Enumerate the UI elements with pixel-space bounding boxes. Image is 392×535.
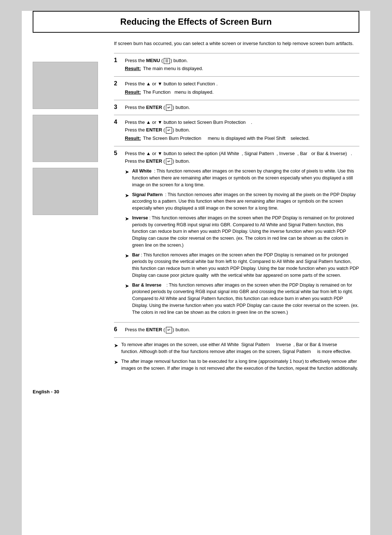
step-content-1: Press the MENU (☰) button. Result: The m… [125,53,359,77]
result-line-2: Result: The Function menu is displayed. [125,89,359,96]
step-number-5: 5 [114,146,125,323]
page-number: English - 30 [33,389,59,394]
page: Reducing the Effects of Screen Burn If s… [22,11,370,535]
result-text-4: The Screen Burn Protection menu is displ… [143,135,310,142]
step-number-4: 4 [114,115,125,146]
step-row-6: 6 Press the ENTER (↵) button. [114,323,359,338]
footer-bullet-2: ➤ The after image removal function has t… [114,358,359,372]
step-content-6: Press the ENTER (↵) button. [125,323,359,338]
image-placeholder-1 [33,62,98,109]
enter-label-3: ENTER [146,105,162,110]
menu-label: MENU [146,58,160,63]
footer-bullet-text-1: To remove after images on the screen, us… [121,341,359,355]
step-content-4: Press the ▲ or ▼ button to select Screen… [125,115,359,146]
bullet-item-5-3: ➤ Inverse : This function removes after … [125,215,359,249]
enter-icon-6: ↵ [166,327,172,333]
page-footer: English - 30 [22,385,370,398]
step-row-4: 4 Press the ▲ or ▼ button to select Scre… [114,115,359,146]
arrow-icon-5-5: ➤ [125,282,129,316]
step-content-2: Press the ▲ or ▼ button to select Functi… [125,77,359,100]
title-bar: Reducing the Effects of Screen Burn [33,11,359,33]
result-line-1: Result: The main menu is displayed. [125,65,359,73]
right-panel: If screen burn has occurred, you can sel… [105,40,359,374]
step-number-3: 3 [114,100,125,115]
step-row-3: 3 Press the ENTER (↵) button. [114,100,359,115]
enter-icon-3: ↵ [166,105,172,111]
result-label-4: Result: [125,135,141,142]
step-row-5: 5 Press the ▲ or ▼ button to select the … [114,146,359,323]
step-number-2: 2 [114,77,125,100]
bullet-item-5-4: ➤ Bar : This function removes after imag… [125,252,359,279]
footer-bullets: ➤ To remove after images on the screen, … [114,341,359,372]
bullet-item-5-1: ➤ All White : This function removes afte… [125,168,359,188]
step-row-2: 2 Press the ▲ or ▼ button to select Func… [114,77,359,100]
bullet-text-5-2: Signal Pattern : This function removes a… [132,191,359,212]
steps-table: 1 Press the MENU (☰) button. Result: The… [114,53,359,338]
step-content-5: Press the ▲ or ▼ button to select the op… [125,146,359,323]
bullet-text-5-1: All White : This function removes after … [132,168,359,188]
image-placeholder-3 [33,168,98,215]
enter-label-6: ENTER [146,327,162,332]
step-row-1: 1 Press the MENU (☰) button. Result: The… [114,53,359,77]
bullet-text-5-4: Bar : This function removes after images… [132,252,359,279]
bullet-item-5-5: ➤ Bar & Inverse : This function removes … [125,282,359,316]
content-area: If screen burn has occurred, you can sel… [22,33,370,385]
enter-label-5: ENTER [146,158,162,164]
enter-icon-4: ↵ [166,127,172,133]
arrow-icon-5-1: ➤ [125,168,129,188]
bullet-section-5: ➤ All White : This function removes afte… [125,168,359,316]
result-label-1: Result: [125,65,141,73]
enter-icon-5: ↵ [166,158,172,165]
bullet-text-5-5: Bar & Inverse : This function removes af… [132,282,359,316]
arrow-icon-f1: ➤ [114,342,118,355]
arrow-icon-5-4: ➤ [125,252,129,279]
result-line-4: Result: The Screen Burn Protection menu … [125,135,359,142]
arrow-icon-5-3: ➤ [125,215,129,249]
arrow-icon-f2: ➤ [114,358,118,372]
left-panel [33,62,105,374]
bullet-item-5-2: ➤ Signal Pattern : This function removes… [125,191,359,212]
menu-icon: ☰ [164,58,170,64]
footer-bullet-text-2: The after image removal function has to … [121,358,359,372]
result-text-1: The main menu is displayed. [143,65,203,73]
page-title: Reducing the Effects of Screen Burn [42,17,350,27]
image-placeholder-2 [33,115,98,162]
arrow-icon-5-2: ➤ [125,192,129,212]
enter-label-4: ENTER [146,127,162,133]
footer-bullet-1: ➤ To remove after images on the screen, … [114,341,359,355]
step-content-3: Press the ENTER (↵) button. [125,100,359,115]
step-number-1: 1 [114,53,125,77]
intro-text: If screen burn has occurred, you can sel… [114,40,359,47]
step-number-6: 6 [114,323,125,338]
result-label-2: Result: [125,89,141,96]
result-text-2: The Function menu is displayed. [143,89,213,96]
bullet-text-5-3: Inverse : This function removes after im… [132,215,359,249]
